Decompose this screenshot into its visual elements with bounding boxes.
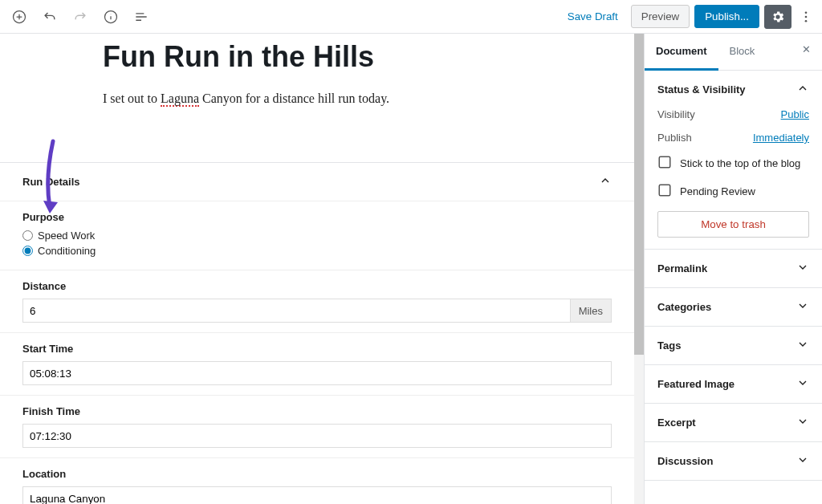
chevron-down-icon	[796, 453, 809, 469]
location-label: Location	[22, 468, 612, 480]
panel-discussion-title: Discussion	[657, 455, 713, 467]
chevron-up-icon	[796, 82, 809, 97]
para-text-before: I set out to	[103, 91, 161, 105]
visibility-value-link[interactable]: Public	[781, 108, 809, 120]
run-details-metabox: Run Details Purpose Speed Work Condition…	[0, 162, 634, 504]
info-button[interactable]	[98, 4, 124, 30]
save-draft-button[interactable]: Save Draft	[560, 6, 626, 27]
editor-column: Fun Run in the Hills I set out to Laguna…	[0, 34, 634, 504]
chevron-up-icon	[599, 174, 612, 189]
add-block-button[interactable]	[6, 4, 32, 30]
panel-categories: Categories	[645, 288, 822, 327]
start-time-input[interactable]	[22, 361, 612, 385]
panel-status-title: Status & Visibility	[657, 83, 746, 96]
post-title[interactable]: Fun Run in the Hills	[103, 40, 634, 74]
purpose-conditioning-label: Conditioning	[38, 245, 96, 257]
panel-discussion: Discussion	[645, 442, 822, 481]
publish-button[interactable]: Publish...	[694, 5, 759, 28]
chevron-down-icon	[796, 376, 809, 392]
stick-label: Stick to the top of the blog	[680, 157, 800, 169]
chevron-down-icon	[796, 338, 809, 353]
chevron-down-icon	[796, 261, 809, 276]
outline-button[interactable]	[128, 4, 154, 30]
topbar-right: Save Draft Preview Publish...	[560, 5, 816, 29]
panel-tags-header[interactable]: Tags	[645, 327, 822, 364]
checkbox-icon	[657, 183, 672, 200]
close-icon: ✕	[802, 43, 811, 55]
panel-excerpt: Excerpt	[645, 404, 822, 442]
settings-button[interactable]	[764, 5, 791, 29]
editor-scrollbar[interactable]	[634, 34, 644, 504]
publish-label: Publish	[657, 132, 692, 144]
run-details-header[interactable]: Run Details	[0, 163, 634, 201]
panel-categories-title: Categories	[657, 301, 711, 313]
chevron-down-icon	[796, 299, 809, 315]
move-to-trash-button[interactable]: Move to trash	[657, 211, 809, 238]
panel-permalink-title: Permalink	[657, 262, 707, 274]
panel-tags-title: Tags	[657, 339, 681, 352]
pending-checkbox-row[interactable]: Pending Review	[657, 183, 809, 200]
checkbox-icon	[657, 155, 672, 172]
para-text-after: Canyon for a distance hill run today.	[199, 91, 389, 105]
visibility-label: Visibility	[657, 108, 695, 120]
undo-button[interactable]	[37, 4, 63, 30]
settings-sidebar: Document Block ✕ Status & Visibility Vis…	[644, 34, 822, 504]
stick-checkbox-row[interactable]: Stick to the top of the blog	[657, 155, 809, 172]
visibility-row: Visibility Public	[657, 108, 809, 120]
svg-point-3	[805, 15, 808, 18]
publish-value-link[interactable]: Immediately	[753, 132, 809, 144]
sidebar-tabs: Document Block ✕	[645, 34, 822, 71]
purpose-label: Purpose	[22, 211, 612, 223]
start-time-field: Start Time	[0, 332, 634, 395]
sidebar-close-button[interactable]: ✕	[791, 34, 822, 70]
panel-discussion-header[interactable]: Discussion	[645, 442, 822, 480]
preview-button[interactable]: Preview	[631, 5, 690, 28]
purpose-speed-option[interactable]: Speed Work	[22, 230, 612, 242]
more-menu-button[interactable]	[796, 10, 816, 24]
distance-label: Distance	[22, 280, 612, 292]
purpose-conditioning-radio[interactable]	[22, 246, 33, 256]
location-field: Location	[0, 457, 634, 504]
start-time-label: Start Time	[22, 343, 612, 355]
tab-document[interactable]: Document	[645, 34, 718, 71]
finish-time-label: Finish Time	[22, 405, 612, 417]
scrollbar-thumb[interactable]	[634, 34, 644, 355]
topbar-left	[6, 4, 154, 30]
panel-excerpt-title: Excerpt	[657, 417, 696, 429]
distance-unit: Miles	[571, 299, 612, 323]
purpose-conditioning-option[interactable]: Conditioning	[22, 245, 612, 257]
panel-permalink-header[interactable]: Permalink	[645, 250, 822, 287]
workspace: Fun Run in the Hills I set out to Laguna…	[0, 34, 822, 504]
panel-featured: Featured Image	[645, 365, 822, 404]
svg-point-2	[805, 11, 808, 14]
post-area: Fun Run in the Hills I set out to Laguna…	[0, 40, 634, 162]
panel-status-body: Visibility Public Publish Immediately St…	[645, 108, 822, 249]
chevron-down-icon	[796, 415, 809, 430]
run-details-title: Run Details	[22, 176, 80, 188]
purpose-speed-radio[interactable]	[22, 230, 33, 241]
tab-block[interactable]: Block	[718, 34, 767, 70]
panel-excerpt-header[interactable]: Excerpt	[645, 404, 822, 441]
location-input[interactable]	[22, 486, 612, 504]
panel-permalink: Permalink	[645, 250, 822, 288]
panel-status: Status & Visibility Visibility Public Pu…	[645, 71, 822, 250]
purpose-field: Purpose Speed Work Conditioning	[0, 201, 634, 270]
svg-point-4	[805, 19, 808, 22]
redo-button[interactable]	[67, 4, 93, 30]
svg-rect-5	[659, 156, 670, 168]
finish-time-input[interactable]	[22, 424, 612, 448]
post-paragraph[interactable]: I set out to Laguna Canyon for a distanc…	[103, 91, 634, 106]
distance-input[interactable]	[22, 299, 571, 323]
panel-tags: Tags	[645, 327, 822, 365]
panel-featured-header[interactable]: Featured Image	[645, 365, 822, 403]
finish-time-field: Finish Time	[0, 395, 634, 457]
distance-field: Distance Miles	[0, 270, 634, 332]
publish-row: Publish Immediately	[657, 132, 809, 144]
panel-categories-header[interactable]: Categories	[645, 288, 822, 326]
spellcheck-word: Laguna	[161, 91, 199, 107]
svg-rect-6	[659, 185, 670, 196]
panel-status-header[interactable]: Status & Visibility	[645, 71, 822, 108]
editor-topbar: Save Draft Preview Publish...	[0, 0, 822, 34]
panel-featured-title: Featured Image	[657, 378, 735, 390]
pending-label: Pending Review	[680, 185, 755, 197]
